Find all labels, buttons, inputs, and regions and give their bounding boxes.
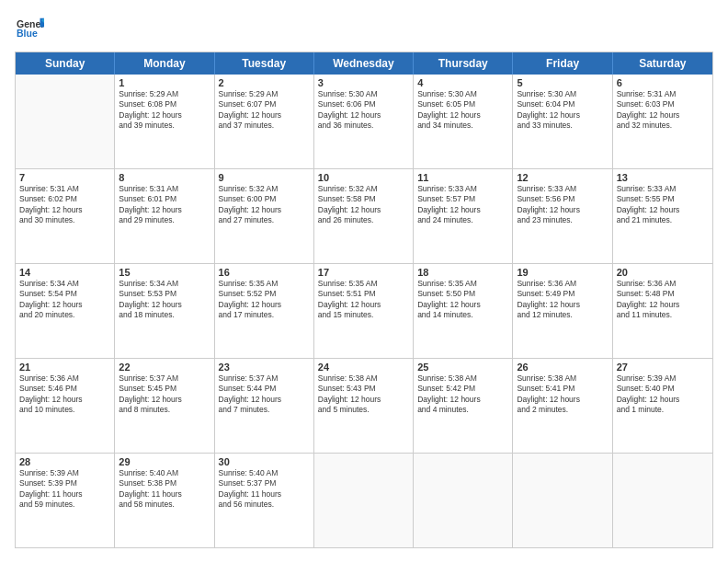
calendar-cell: 5Sunrise: 5:30 AM Sunset: 6:04 PM Daylig…	[513, 75, 612, 168]
day-number: 16	[219, 267, 310, 278]
day-number: 29	[119, 456, 210, 467]
calendar-cell: 11Sunrise: 5:33 AM Sunset: 5:57 PM Dayli…	[414, 169, 513, 263]
header-day-wednesday: Wednesday	[314, 52, 414, 75]
day-info: Sunrise: 5:39 AM Sunset: 5:40 PM Dayligh…	[617, 373, 709, 416]
day-number: 21	[19, 362, 110, 373]
day-info: Sunrise: 5:31 AM Sunset: 6:03 PM Dayligh…	[617, 89, 709, 132]
calendar: SundayMondayTuesdayWednesdayThursdayFrid…	[15, 52, 713, 548]
day-number: 13	[617, 172, 709, 183]
calendar-cell: 14Sunrise: 5:34 AM Sunset: 5:54 PM Dayli…	[16, 264, 115, 358]
day-info: Sunrise: 5:33 AM Sunset: 5:56 PM Dayligh…	[517, 184, 608, 226]
day-number: 25	[417, 362, 508, 373]
calendar-row-5: 28Sunrise: 5:39 AM Sunset: 5:39 PM Dayli…	[16, 454, 712, 547]
day-info: Sunrise: 5:40 AM Sunset: 5:37 PM Dayligh…	[219, 468, 310, 511]
day-number: 27	[617, 362, 709, 373]
calendar-cell: 24Sunrise: 5:38 AM Sunset: 5:43 PM Dayli…	[314, 359, 414, 453]
day-info: Sunrise: 5:39 AM Sunset: 5:39 PM Dayligh…	[19, 468, 110, 511]
calendar-cell: 22Sunrise: 5:37 AM Sunset: 5:45 PM Dayli…	[115, 359, 214, 453]
day-info: Sunrise: 5:38 AM Sunset: 5:41 PM Dayligh…	[517, 373, 608, 416]
header-day-saturday: Saturday	[613, 52, 712, 75]
day-number: 23	[219, 362, 310, 373]
header-day-sunday: Sunday	[16, 52, 115, 75]
calendar-cell: 16Sunrise: 5:35 AM Sunset: 5:52 PM Dayli…	[215, 264, 314, 358]
calendar-cell: 28Sunrise: 5:39 AM Sunset: 5:39 PM Dayli…	[16, 454, 115, 547]
calendar-cell	[414, 454, 513, 547]
day-info: Sunrise: 5:36 AM Sunset: 5:48 PM Dayligh…	[617, 279, 709, 321]
logo: General Blue	[15, 15, 44, 42]
day-info: Sunrise: 5:32 AM Sunset: 5:58 PM Dayligh…	[318, 184, 409, 226]
day-number: 1	[119, 77, 210, 88]
calendar-cell: 1Sunrise: 5:29 AM Sunset: 6:08 PM Daylig…	[115, 75, 214, 168]
day-info: Sunrise: 5:30 AM Sunset: 6:06 PM Dayligh…	[318, 89, 409, 132]
calendar-cell: 20Sunrise: 5:36 AM Sunset: 5:48 PM Dayli…	[613, 264, 712, 358]
day-info: Sunrise: 5:37 AM Sunset: 5:44 PM Dayligh…	[219, 373, 310, 416]
header-day-friday: Friday	[513, 52, 612, 75]
day-number: 11	[417, 172, 508, 183]
calendar-cell	[613, 454, 712, 547]
day-number: 18	[417, 267, 508, 278]
day-number: 12	[517, 172, 608, 183]
calendar-row-3: 14Sunrise: 5:34 AM Sunset: 5:54 PM Dayli…	[16, 264, 712, 359]
calendar-header: SundayMondayTuesdayWednesdayThursdayFrid…	[16, 52, 712, 75]
calendar-cell: 4Sunrise: 5:30 AM Sunset: 6:05 PM Daylig…	[414, 75, 513, 168]
day-info: Sunrise: 5:34 AM Sunset: 5:54 PM Dayligh…	[19, 279, 110, 321]
day-number: 22	[119, 362, 210, 373]
calendar-cell: 19Sunrise: 5:36 AM Sunset: 5:49 PM Dayli…	[513, 264, 612, 358]
logo-icon: General Blue	[17, 15, 44, 42]
calendar-row-2: 7Sunrise: 5:31 AM Sunset: 6:02 PM Daylig…	[16, 169, 712, 264]
day-number: 5	[517, 77, 608, 88]
calendar-cell: 30Sunrise: 5:40 AM Sunset: 5:37 PM Dayli…	[215, 454, 314, 547]
day-number: 17	[318, 267, 409, 278]
calendar-cell	[513, 454, 612, 547]
day-number: 14	[19, 267, 110, 278]
header-day-thursday: Thursday	[414, 52, 513, 75]
calendar-cell: 7Sunrise: 5:31 AM Sunset: 6:02 PM Daylig…	[16, 169, 115, 263]
calendar-cell: 27Sunrise: 5:39 AM Sunset: 5:40 PM Dayli…	[613, 359, 712, 453]
calendar-cell: 17Sunrise: 5:35 AM Sunset: 5:51 PM Dayli…	[314, 264, 414, 358]
calendar-cell: 25Sunrise: 5:38 AM Sunset: 5:42 PM Dayli…	[414, 359, 513, 453]
calendar-cell: 8Sunrise: 5:31 AM Sunset: 6:01 PM Daylig…	[115, 169, 214, 263]
day-number: 20	[617, 267, 709, 278]
day-number: 8	[119, 172, 210, 183]
day-info: Sunrise: 5:29 AM Sunset: 6:07 PM Dayligh…	[219, 89, 310, 132]
day-info: Sunrise: 5:38 AM Sunset: 5:42 PM Dayligh…	[417, 373, 508, 416]
calendar-row-1: 1Sunrise: 5:29 AM Sunset: 6:08 PM Daylig…	[16, 75, 712, 169]
day-info: Sunrise: 5:35 AM Sunset: 5:51 PM Dayligh…	[318, 279, 409, 321]
calendar-row-4: 21Sunrise: 5:36 AM Sunset: 5:46 PM Dayli…	[16, 359, 712, 454]
day-number: 26	[517, 362, 608, 373]
day-info: Sunrise: 5:37 AM Sunset: 5:45 PM Dayligh…	[119, 373, 210, 416]
calendar-cell: 13Sunrise: 5:33 AM Sunset: 5:55 PM Dayli…	[613, 169, 712, 263]
day-info: Sunrise: 5:34 AM Sunset: 5:53 PM Dayligh…	[119, 279, 210, 321]
header: General Blue	[15, 15, 713, 42]
calendar-cell: 3Sunrise: 5:30 AM Sunset: 6:06 PM Daylig…	[314, 75, 414, 168]
day-info: Sunrise: 5:33 AM Sunset: 5:57 PM Dayligh…	[417, 184, 508, 226]
calendar-cell	[314, 454, 414, 547]
day-info: Sunrise: 5:35 AM Sunset: 5:50 PM Dayligh…	[417, 279, 508, 321]
day-info: Sunrise: 5:30 AM Sunset: 6:05 PM Dayligh…	[417, 89, 508, 132]
day-info: Sunrise: 5:31 AM Sunset: 6:01 PM Dayligh…	[119, 184, 210, 226]
day-number: 4	[417, 77, 508, 88]
day-number: 19	[517, 267, 608, 278]
calendar-cell: 12Sunrise: 5:33 AM Sunset: 5:56 PM Dayli…	[513, 169, 612, 263]
day-number: 15	[119, 267, 210, 278]
day-info: Sunrise: 5:29 AM Sunset: 6:08 PM Dayligh…	[119, 89, 210, 132]
page: General Blue SundayMondayTuesdayWednesda…	[0, 0, 728, 563]
day-number: 7	[19, 172, 110, 183]
day-info: Sunrise: 5:36 AM Sunset: 5:46 PM Dayligh…	[19, 373, 110, 416]
calendar-cell: 10Sunrise: 5:32 AM Sunset: 5:58 PM Dayli…	[314, 169, 414, 263]
day-number: 6	[617, 77, 709, 88]
header-day-monday: Monday	[115, 52, 214, 75]
day-number: 3	[318, 77, 409, 88]
day-number: 9	[219, 172, 310, 183]
calendar-cell: 6Sunrise: 5:31 AM Sunset: 6:03 PM Daylig…	[613, 75, 712, 168]
calendar-cell: 2Sunrise: 5:29 AM Sunset: 6:07 PM Daylig…	[215, 75, 314, 168]
calendar-body: 1Sunrise: 5:29 AM Sunset: 6:08 PM Daylig…	[16, 75, 712, 547]
day-info: Sunrise: 5:30 AM Sunset: 6:04 PM Dayligh…	[517, 89, 608, 132]
day-number: 2	[219, 77, 310, 88]
day-number: 10	[318, 172, 409, 183]
day-info: Sunrise: 5:36 AM Sunset: 5:49 PM Dayligh…	[517, 279, 608, 321]
calendar-cell: 18Sunrise: 5:35 AM Sunset: 5:50 PM Dayli…	[414, 264, 513, 358]
day-info: Sunrise: 5:32 AM Sunset: 6:00 PM Dayligh…	[219, 184, 310, 226]
day-info: Sunrise: 5:40 AM Sunset: 5:38 PM Dayligh…	[119, 468, 210, 511]
calendar-cell: 26Sunrise: 5:38 AM Sunset: 5:41 PM Dayli…	[513, 359, 612, 453]
